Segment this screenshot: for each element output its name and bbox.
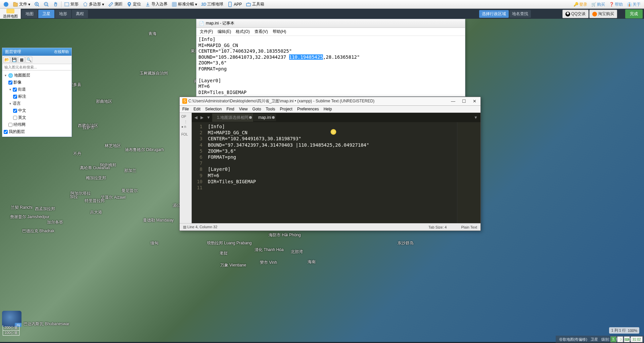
pan-button[interactable]	[51, 0, 60, 8]
layer-search-input[interactable]	[2, 64, 72, 70]
layer-panel-header[interactable]: 图层管理 在线帮助	[2, 48, 72, 56]
tab-satellite[interactable]: 卫星	[38, 10, 54, 18]
toolbox-button[interactable]: 工具箱	[244, 0, 266, 8]
select-all-icon[interactable]: ▦	[18, 57, 25, 63]
st-file-menu[interactable]: File	[182, 107, 189, 111]
notepad-titlebar[interactable]: 📄 map.ini - 记事本	[196, 19, 465, 28]
orb-icon[interactable]	[1, 0, 11, 8]
st-goto-menu[interactable]: Goto	[252, 107, 261, 111]
st-preferences-menu[interactable]: Preferences	[297, 107, 319, 111]
mark-layer[interactable]: 标注	[4, 93, 70, 100]
sublime-lines[interactable]: [Info] MI=MAPID_GG_CN CENTER="102.944916…	[205, 122, 457, 223]
np-format-menu[interactable]: 格式(O)	[236, 29, 249, 35]
login-link[interactable]: 🔑登录	[572, 2, 589, 7]
zh-check[interactable]	[13, 109, 17, 113]
np-help-menu[interactable]: 帮助(H)	[273, 29, 286, 35]
en-layer[interactable]: 英文	[4, 114, 70, 121]
np-file-menu[interactable]: 文件(F)	[200, 29, 213, 35]
my-layer-node[interactable]: 我的图层	[4, 128, 70, 135]
zoom-in-button[interactable]	[32, 0, 42, 8]
my-check[interactable]	[4, 130, 8, 134]
buy-link[interactable]: 🛒购买	[590, 2, 606, 7]
tab-mapini[interactable]: map.ini	[254, 114, 276, 121]
tab-nav-down[interactable]: ▼	[205, 115, 212, 120]
side-folders[interactable]: FOL	[180, 132, 191, 137]
tab-nav-back[interactable]: ◀	[193, 115, 199, 120]
side-file-n[interactable]: ● n	[180, 124, 191, 129]
zoom-percent[interactable]: 100%	[628, 329, 637, 333]
map-label: 老挝	[220, 250, 228, 256]
grid-button[interactable]: 标准分幅 ▾	[170, 0, 199, 8]
zh-layer[interactable]: 中文	[4, 107, 70, 114]
selector-label: 选择地图	[3, 14, 18, 19]
3d-globe-button[interactable]: 3D三维地球	[199, 0, 225, 8]
street-node[interactable]: ▾街道	[4, 86, 70, 93]
select-region-button[interactable]: 选择行政区域	[479, 10, 509, 18]
sublime-titlebar[interactable]: SC:\Users\Administrator\Desktop\demo\四川省…	[180, 97, 480, 106]
grid-layer[interactable]: 经纬网	[4, 121, 70, 128]
sublime-sidebar[interactable]: OP ⋮ ● n FOL	[180, 113, 192, 223]
sublime-minimap[interactable]	[457, 122, 480, 223]
name-search-button[interactable]: 地名查找	[509, 10, 531, 18]
side-open-files[interactable]: OP	[180, 114, 191, 119]
poly-button[interactable]: 多边形 ▾	[81, 0, 106, 8]
locate-button[interactable]: 定位	[125, 0, 143, 8]
tab-menu-button[interactable]: ▼	[472, 115, 479, 120]
map-label: 青海	[148, 31, 156, 37]
st-tools-menu[interactable]: Tools	[266, 107, 275, 111]
measure-button[interactable]: 测距	[106, 0, 125, 8]
st-edit-menu[interactable]: Edit	[193, 107, 200, 111]
mark-check[interactable]	[13, 95, 17, 99]
minimize-button[interactable]: —	[450, 99, 457, 104]
scale-bar: 巴达内斯瓦 Bhubaneswar 200公里 100公里	[3, 325, 19, 336]
st-view-menu[interactable]: View	[239, 107, 248, 111]
taobao-button[interactable]: 淘宝购买	[589, 10, 617, 18]
zoom-out-button[interactable]	[42, 0, 51, 8]
maximize-button[interactable]: ☐	[461, 99, 467, 104]
tab-nav-fwd[interactable]: ▶	[199, 115, 205, 120]
done-button[interactable]: 完成	[625, 9, 643, 18]
image-check[interactable]	[8, 81, 12, 85]
st-selection-menu[interactable]: Selection	[205, 107, 222, 111]
tab-elevation[interactable]: 高程	[72, 10, 88, 18]
image-layer[interactable]: 影像	[4, 79, 70, 86]
np-view-menu[interactable]: 查看(V)	[255, 29, 268, 35]
search-icon[interactable]: 🔍	[26, 57, 32, 63]
app-button[interactable]: APP	[225, 0, 244, 8]
tab-terrain[interactable]: 地形	[55, 10, 71, 18]
import-button[interactable]: 导入边界	[143, 0, 170, 8]
layer-toolbar: 📂 💾 ▦ 🔍	[2, 56, 72, 64]
rect-button[interactable]: 矩形	[62, 0, 81, 8]
st-help-menu[interactable]: Help	[324, 107, 332, 111]
mini-globe[interactable]: 3D	[2, 311, 21, 327]
np-edit-menu[interactable]: 编辑(E)	[218, 29, 231, 35]
save-icon[interactable]: 💾	[11, 57, 17, 63]
qq-button[interactable]: QQ交谈	[562, 10, 589, 18]
ime-key-icon[interactable]: ⌨	[624, 336, 630, 342]
file-menu[interactable]: 文件 ▾	[11, 0, 32, 8]
ime-wu-icon[interactable]: 五	[610, 336, 616, 342]
status-syntax[interactable]: Plain Text	[461, 225, 477, 229]
close-button[interactable]: ✕	[471, 99, 478, 104]
map-label: 曼德勒 Mandalay	[143, 217, 174, 223]
notepad-content[interactable]: [Info] MI=MAPID_GG_CN CENTER="107.740632…	[196, 36, 465, 96]
grid-check[interactable]	[8, 123, 12, 127]
en-check[interactable]	[13, 116, 17, 120]
map-label: 那加兰	[124, 168, 136, 174]
street-check[interactable]	[13, 88, 17, 92]
status-tabsize[interactable]: Tab Size: 4	[428, 225, 447, 229]
sublime-code-area[interactable]: 1234567891011 [Info] MI=MAPID_GG_CN CENT…	[192, 122, 480, 223]
online-help-link[interactable]: 在线帮助	[54, 49, 69, 54]
help-link[interactable]: ❓帮助	[608, 2, 624, 7]
ime-moon-icon[interactable]: ☽	[617, 336, 623, 342]
ime-clock[interactable]: 31:02	[631, 336, 643, 342]
st-project-menu[interactable]: Project	[280, 107, 292, 111]
tab-map[interactable]: 地图	[21, 10, 38, 18]
folder-open-icon[interactable]: 📂	[3, 57, 10, 63]
map-selector-button[interactable]: 选择地图	[0, 9, 21, 19]
about-link[interactable]: 👔关于	[626, 2, 642, 7]
map-layer-node[interactable]: ▾🌐 地图图层	[4, 72, 70, 79]
language-node[interactable]: ▾语言	[4, 100, 70, 107]
st-find-menu[interactable]: Find	[226, 107, 234, 111]
tab-related[interactable]: 1.地图源选择相同	[212, 113, 253, 122]
